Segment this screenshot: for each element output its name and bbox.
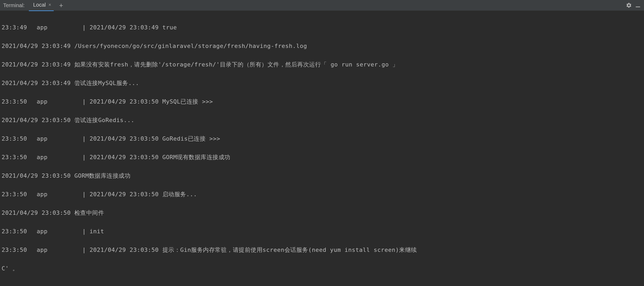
hide-panel-icon[interactable]: [635, 2, 641, 8]
log-line: 2021/04/29 23:03:49 /Users/fyonecon/go/s…: [2, 41, 642, 51]
svg-rect-0: [636, 7, 640, 7]
gear-icon[interactable]: [626, 2, 632, 8]
log-line: 23:3:50app | 2021/04/29 23:03:50 GoRedis…: [2, 134, 642, 143]
terminal-tab-local[interactable]: Local ×: [29, 0, 54, 11]
terminal-output[interactable]: 23:3:49app | 2021/04/29 23:03:49 true 20…: [0, 11, 644, 286]
log-line: C' 。: [2, 264, 642, 273]
add-tab-button[interactable]: +: [59, 2, 63, 9]
log-line: 2021/04/29 23:03:50 尝试连接GoRedis...: [2, 115, 642, 125]
close-icon[interactable]: ×: [48, 2, 51, 8]
log-line: 2021/04/29 23:03:50 检查中间件: [2, 208, 642, 217]
log-line: 23:3:50app | 2021/04/29 23:03:50 提示：Gin服…: [2, 245, 642, 254]
log-line: 23:3:50app | 2021/04/29 23:03:50 MySQL已连…: [2, 97, 642, 106]
log-line: 23:3:49app | 2021/04/29 23:03:49 true: [2, 23, 642, 32]
log-line: 23:3:50app | 2021/04/29 23:03:50 启动服务...: [2, 190, 642, 199]
log-line: 2021/04/29 23:03:49 尝试连接MySQL服务...: [2, 78, 642, 88]
log-line: 2021/04/29 23:03:50 GORM数据库连接成功: [2, 171, 642, 180]
terminal-header: Terminal: Local × +: [0, 0, 644, 11]
log-line: 23:3:50app | init: [2, 227, 642, 236]
log-line: 2021/04/29 23:03:49 如果没有安装fresh，请先删除'/st…: [2, 60, 642, 69]
log-line: 23:3:50app | 2021/04/29 23:03:50 GORM现有数…: [2, 153, 642, 162]
terminal-title: Terminal:: [2, 2, 28, 8]
terminal-tab-label: Local: [33, 2, 46, 8]
